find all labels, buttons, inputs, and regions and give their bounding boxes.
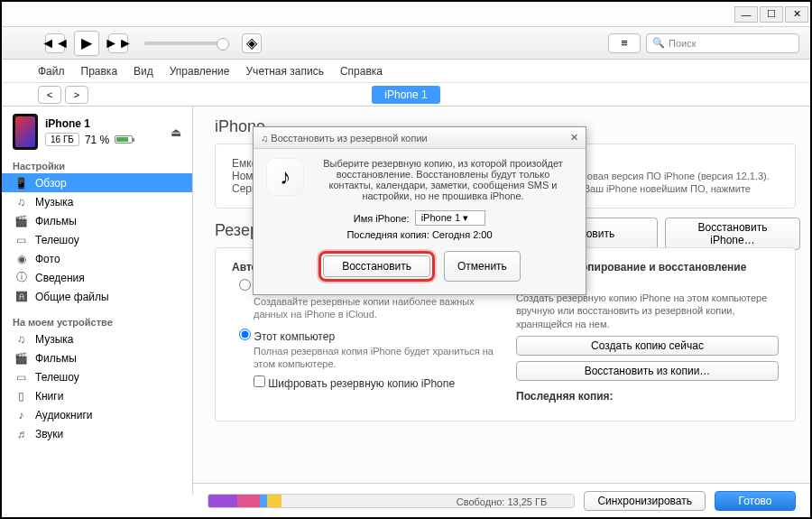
- done-button[interactable]: Готово: [715, 491, 796, 511]
- free-space-label: Свободно: 13,25 ГБ: [457, 496, 547, 507]
- sidebar-item[interactable]: ♬Звуки: [2, 424, 192, 443]
- sidebar-settings-label: Настройки: [2, 157, 192, 173]
- nav-forward-button[interactable]: >: [65, 86, 88, 104]
- dialog-app-icon: ♫: [261, 133, 268, 144]
- menu-account[interactable]: Учетная запись: [246, 65, 324, 78]
- sidebar-item-label: Музыка: [35, 333, 73, 346]
- dialog-close-icon[interactable]: ✕: [570, 132, 578, 144]
- menu-file[interactable]: Файл: [38, 65, 65, 78]
- sidebar-item-icon: ⓘ: [14, 271, 28, 284]
- sidebar-item-icon: 📱: [14, 176, 28, 190]
- sidebar-item[interactable]: 🅰Общие файлы: [2, 287, 192, 306]
- sidebar-item-label: Телешоу: [35, 234, 79, 246]
- sidebar-item-label: Фильмы: [35, 352, 77, 365]
- sidebar-item[interactable]: ◉Фото: [2, 249, 192, 268]
- sidebar-item[interactable]: ♫Музыка: [2, 329, 192, 348]
- sidebar-device-label: На моем устройстве: [2, 313, 192, 329]
- search-placeholder: Поиск: [669, 38, 696, 49]
- sidebar-item-icon: ▯: [14, 389, 28, 403]
- device-battery-pct: 71 %: [85, 134, 109, 146]
- sidebar-item-label: Телешоу: [35, 371, 79, 384]
- sidebar-item[interactable]: ♫Музыка: [2, 192, 192, 211]
- menu-view[interactable]: Вид: [134, 65, 153, 78]
- music-app-icon: ♪: [266, 158, 304, 196]
- menu-bar: Файл Правка Вид Управление Учетная запис…: [2, 60, 810, 83]
- search-input[interactable]: 🔍 Поиск: [646, 33, 799, 53]
- this-pc-help: Полная резервная копия iPhone будет хран…: [254, 345, 494, 371]
- icloud-radio[interactable]: [239, 279, 251, 291]
- sidebar-item-icon: ◉: [14, 252, 28, 265]
- nav-back-button[interactable]: <: [38, 86, 61, 104]
- device-tab[interactable]: iPhone 1: [372, 86, 439, 104]
- volume-slider[interactable]: [144, 42, 226, 45]
- sidebar-item-icon: ▭: [14, 233, 28, 246]
- menu-controls[interactable]: Управление: [170, 65, 230, 78]
- sidebar-item-icon: ▭: [14, 370, 28, 384]
- backup-now-button[interactable]: Создать копию сейчас: [516, 336, 779, 356]
- encrypt-checkbox[interactable]: [254, 375, 265, 387]
- sidebar-item-label: Обзор: [35, 177, 67, 190]
- sidebar-item[interactable]: ▭Телешоу: [2, 230, 192, 249]
- menu-help[interactable]: Справка: [340, 65, 383, 78]
- bottom-bar: Свободно: 13,25 ГБ Синхронизировать Гото…: [193, 483, 810, 517]
- sidebar-item-label: Сведения: [35, 272, 85, 284]
- dialog-titlebar: ♫ Восстановить из резервной копии ✕: [254, 127, 586, 149]
- icloud-help: Создавайте резервные копии наиболее важн…: [254, 295, 494, 321]
- next-track-button[interactable]: ►►: [108, 33, 128, 53]
- sidebar-item-label: Звуки: [35, 428, 63, 440]
- sidebar-item-label: Общие файлы: [35, 291, 109, 303]
- last-backup-title: Последняя копия:: [516, 390, 779, 403]
- menu-edit[interactable]: Правка: [81, 65, 118, 78]
- sync-button[interactable]: Синхронизировать: [584, 491, 706, 511]
- dialog-restore-button[interactable]: Восстановить: [323, 255, 430, 277]
- encrypt-label: Шифровать резервную копию iPhone: [268, 377, 455, 390]
- sidebar-item[interactable]: ▯Книги: [2, 386, 192, 405]
- search-icon: 🔍: [652, 37, 665, 49]
- device-name: iPhone 1: [45, 117, 133, 130]
- sidebar-item-icon: 🎬: [14, 351, 28, 365]
- minimize-button[interactable]: —: [734, 6, 758, 23]
- play-button[interactable]: ▶: [74, 31, 99, 56]
- restore-from-backup-button[interactable]: Восстановить из копии…: [516, 361, 779, 381]
- this-pc-label: Этот компьютер: [254, 330, 335, 343]
- restore-iphone-button[interactable]: Восстановить iPhone…: [665, 218, 800, 250]
- sidebar-item[interactable]: 🎬Фильмы: [2, 348, 192, 367]
- manual-help: Создать резервную копию iPhone на этом к…: [516, 292, 779, 330]
- sidebar-item-label: Аудиокниги: [35, 409, 93, 422]
- sidebar-item[interactable]: 🎬Фильмы: [2, 211, 192, 230]
- sidebar-item-icon: ♫: [14, 332, 28, 346]
- prev-track-button[interactable]: ◄◄: [45, 33, 65, 53]
- window-titlebar: — ☐ ✕: [2, 2, 810, 27]
- usage-segment: [267, 495, 281, 507]
- dialog-last-backup: Последняя копия: Сегодня 2:00: [266, 229, 573, 240]
- dialog-cancel-button[interactable]: Отменить: [444, 251, 521, 282]
- sidebar-item-icon: 🅰: [14, 290, 28, 303]
- eject-icon[interactable]: ⏏: [171, 125, 181, 139]
- sidebar-item-icon: ♬: [14, 427, 28, 440]
- sidebar-item-label: Книги: [35, 390, 63, 403]
- dialog-text: Выберите резервную копию, из которой про…: [313, 158, 573, 201]
- dialog-name-label: Имя iPhone:: [354, 213, 410, 224]
- sidebar-item[interactable]: ♪Аудиокниги: [2, 405, 192, 424]
- sidebar-item-label: Музыка: [35, 196, 73, 209]
- sidebar-item-icon: ♫: [14, 195, 28, 209]
- sidebar-item-label: Фото: [35, 253, 60, 265]
- sidebar-item[interactable]: ⓘСведения: [2, 268, 192, 287]
- sidebar-item[interactable]: ▭Телешоу: [2, 367, 192, 386]
- sidebar-item-icon: ♪: [14, 408, 28, 422]
- sidebar-item-icon: 🎬: [14, 214, 28, 227]
- maximize-button[interactable]: ☐: [760, 6, 783, 23]
- this-pc-radio[interactable]: [239, 329, 251, 340]
- device-capacity: 16 ГБ: [45, 133, 79, 146]
- airplay-button[interactable]: ◈: [242, 33, 262, 53]
- usage-segment: [237, 495, 259, 507]
- sidebar-item-label: Фильмы: [35, 215, 77, 227]
- usage-segment: [208, 495, 237, 507]
- close-button[interactable]: ✕: [785, 6, 808, 23]
- dialog-name-select[interactable]: iPhone 1 ▾: [415, 210, 486, 226]
- sidebar-item[interactable]: 📱Обзор: [2, 173, 192, 192]
- device-header: iPhone 1 16 ГБ 71 % ⏏: [2, 107, 192, 157]
- list-view-button[interactable]: ≡: [608, 33, 641, 53]
- battery-icon: [115, 135, 133, 144]
- sidebar: iPhone 1 16 ГБ 71 % ⏏ Настройки 📱Обзор♫М…: [2, 107, 193, 495]
